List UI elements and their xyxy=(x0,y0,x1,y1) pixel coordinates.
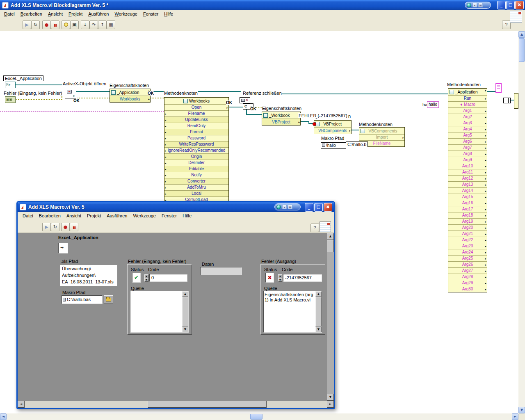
arg-param-row[interactable]: Arg14 ▸ xyxy=(448,187,487,194)
close-button[interactable]: ✖ xyxy=(515,1,524,9)
arg-param-row[interactable]: Arg12 ▸ xyxy=(448,175,487,181)
daten-field[interactable] xyxy=(200,267,242,275)
scroll-thumb[interactable] xyxy=(250,414,262,420)
menu-item[interactable]: Hilfe xyxy=(161,10,176,18)
menu-item[interactable]: Bearbeiten xyxy=(18,10,45,18)
menu-item[interactable]: Ausführen xyxy=(104,212,130,219)
menu-item[interactable]: Ansicht xyxy=(45,10,66,18)
arg-param-row[interactable]: Arg15 ▸ xyxy=(448,194,487,200)
scroll-thumb[interactable] xyxy=(315,297,322,326)
menu-item[interactable]: Ansicht xyxy=(64,212,84,219)
step-out-button[interactable]: ↑ xyxy=(98,21,107,29)
status-boolean[interactable]: ✔ xyxy=(132,273,141,283)
arg-param-row[interactable]: Arg13 ▸ xyxy=(448,181,487,187)
method-param-row[interactable]: ▸ ReadOnly xyxy=(164,123,228,129)
activex-open-icon[interactable]: ▸ xyxy=(65,88,76,98)
vi-icon[interactable] xyxy=(510,11,522,23)
method-param-row[interactable]: ▸ Filename xyxy=(164,110,228,116)
maximize-button[interactable]: □ xyxy=(314,203,323,212)
scroll-thumb[interactable] xyxy=(182,297,188,326)
scroll-right-button[interactable]: ► xyxy=(512,413,518,420)
arg-param-row[interactable]: Arg17 ▸ xyxy=(448,206,487,212)
method-row[interactable]: Open ▸ xyxy=(164,104,228,110)
capsule-button-icon[interactable]: ▾ xyxy=(282,205,287,209)
scroll-down-button[interactable]: ▼ xyxy=(327,394,334,401)
xls-pfad-field[interactable]: Überwachung\ Aufzeichnungen\ EA_16.08.20… xyxy=(60,264,117,286)
scroll-down-button[interactable]: ▼ xyxy=(182,326,188,332)
method-param-row[interactable]: ▸ UpdateLinks xyxy=(164,116,228,123)
class-row[interactable]: _Application ▸ xyxy=(448,89,487,95)
front-panel-window[interactable]: Add XLS Macro.vi Ver. 5 ▾ ▤ _ □ ✖ DateiB… xyxy=(16,201,335,409)
menu-item[interactable]: Projekt xyxy=(84,212,104,219)
scroll-thumb[interactable] xyxy=(148,401,267,408)
scroll-up-button[interactable]: ▲ xyxy=(315,291,322,297)
run-continuous-button[interactable]: ↻ xyxy=(31,21,40,29)
code-field[interactable]: 0 xyxy=(149,274,187,282)
menu-item[interactable]: Bearbeiten xyxy=(36,212,64,219)
arg-param-row[interactable]: Arg9 ▸ xyxy=(448,157,487,163)
menu-item[interactable]: Ausführen xyxy=(85,10,112,18)
abort-button[interactable]: ● xyxy=(42,21,51,29)
front-panel-canvas[interactable]: Excel._Application ➡ .xls Pfad Überwachu… xyxy=(18,233,334,401)
main-horizontal-scrollbar[interactable]: ◄ ► xyxy=(0,413,518,420)
menu-item[interactable]: Hilfe xyxy=(180,212,194,219)
scroll-up-button[interactable]: ▲ xyxy=(182,291,188,297)
arg-param-row[interactable]: Arg19 ▸ xyxy=(448,218,487,224)
close-reference-icon[interactable]: × xyxy=(240,97,250,103)
scroll-down-button[interactable]: ▼ xyxy=(518,407,525,413)
method-param-row[interactable]: ▸ Format xyxy=(164,129,228,135)
method-param-row[interactable]: ▸ Editable xyxy=(164,166,228,172)
main-vertical-scrollbar[interactable]: ▲ ▼ xyxy=(518,31,525,413)
arg-param-row[interactable]: Arg2 ▸ xyxy=(448,114,487,120)
arg-param-row[interactable]: Arg18 ▸ xyxy=(448,212,487,218)
status-boolean[interactable]: ✖ xyxy=(265,273,274,283)
front-panel-titlebar[interactable]: Add XLS Macro.vi Ver. 5 ▾ ▤ _ □ ✖ xyxy=(18,202,334,212)
run-continuous-button[interactable]: ↻ xyxy=(51,223,59,231)
capsule-button-icon[interactable]: ▤ xyxy=(288,205,292,209)
automation-refnum-control[interactable]: ➡ xyxy=(58,243,68,253)
step-over-button[interactable]: ↷ xyxy=(89,21,98,29)
arg-param-row[interactable]: Arg4 ▸ xyxy=(448,126,487,132)
source-textarea[interactable]: ▲ ▼ xyxy=(130,291,189,333)
path-constant[interactable]: \hallo xyxy=(321,142,346,149)
menu-item[interactable]: Werkzeuge xyxy=(130,212,158,219)
arg-param-row[interactable]: Arg11 ▸ xyxy=(448,169,487,175)
arg-param-row[interactable]: Arg6 ▸ xyxy=(448,138,487,144)
error-out-cluster[interactable]: Status ✖ Code ▲▼ -2147352567 Quelle Eige… xyxy=(260,264,325,335)
property-node-application[interactable]: _Application ▸ Workbooks ▸ xyxy=(110,89,151,103)
arg-param-row[interactable]: Arg3 ▸ xyxy=(448,120,487,126)
code-spinner[interactable]: ▲▼ xyxy=(144,274,148,282)
method-param-row[interactable]: ▸ Origin xyxy=(164,153,228,160)
method-param-row[interactable]: ▸ Local xyxy=(164,190,228,196)
method-row[interactable]: Import ▸ xyxy=(359,134,404,140)
string-constant[interactable]: hallo xyxy=(427,101,439,108)
scroll-right-button[interactable]: ► xyxy=(327,401,334,408)
property-node-vbproject[interactable]: _VBProject VBComponents ▸ xyxy=(314,120,352,134)
class-row[interactable]: _VBComponents xyxy=(359,128,404,134)
run-button[interactable]: ▶ xyxy=(42,223,51,231)
arg-param-row[interactable]: Arg16 ▸ xyxy=(448,200,487,206)
minimize-button[interactable]: _ xyxy=(305,203,313,212)
error-in-terminal[interactable]: ▣▣ xyxy=(5,96,16,103)
highlight-execution-button[interactable] xyxy=(62,21,70,29)
method-param-row[interactable]: ▸ IgnoreReadOnlyRecommended xyxy=(164,147,228,153)
pause-button[interactable]: ▮▮ xyxy=(51,21,59,29)
run-button[interactable]: ▶ xyxy=(23,21,31,29)
help-button[interactable]: ? xyxy=(502,21,511,29)
method-param-row[interactable]: ▸ Password xyxy=(164,135,228,141)
arg-param-row[interactable]: Arg7 ▸ xyxy=(448,144,487,151)
block-window-titlebar[interactable]: Add XLS Macro.vi Blockdiagramm Ver. 5 * … xyxy=(0,0,525,10)
panel-horizontal-scrollbar[interactable]: ◄ ► xyxy=(18,401,334,408)
method-param-row[interactable]: ▸ Delimiter xyxy=(164,160,228,166)
string-output-icon[interactable] xyxy=(495,83,502,93)
scroll-left-button[interactable]: ◄ xyxy=(18,401,25,408)
method-row[interactable]: Run ▸ xyxy=(448,95,487,101)
arg-param-row[interactable]: Arg27 ▸ xyxy=(448,267,487,274)
scroll-up-button[interactable]: ▲ xyxy=(327,233,334,240)
property-row[interactable]: VBComponents ▸ xyxy=(314,127,351,134)
arg-param-row[interactable]: Arg30 ▸ xyxy=(448,286,487,292)
method-param-row[interactable]: ▸ WriteResPassword xyxy=(164,141,228,147)
menu-item[interactable]: Datei xyxy=(20,212,36,219)
arg-param-row[interactable]: Arg20 ▸ xyxy=(448,224,487,231)
code-field[interactable]: -2147352567 xyxy=(283,274,322,282)
